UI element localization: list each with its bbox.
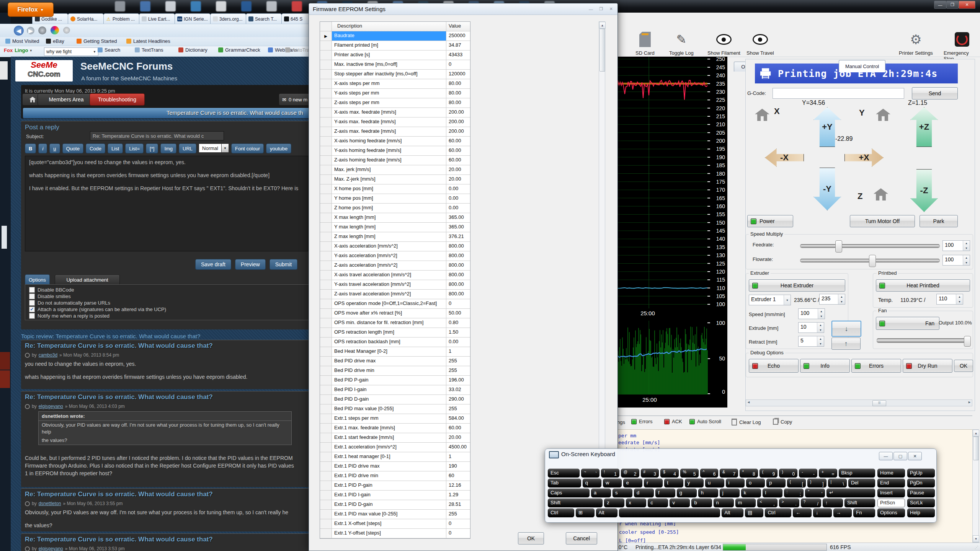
tab-options[interactable]: Options <box>25 274 50 285</box>
cell-description[interactable]: Bed PID drive max <box>332 357 446 366</box>
cell-description[interactable]: Z-axis homing feedrate [mm/s] <box>332 156 446 165</box>
key-[interactable]: ?/ <box>801 499 821 507</box>
scroll-right-icon[interactable]: ► <box>968 400 971 404</box>
table-row[interactable]: Extr.1 PID drive max190 <box>320 462 470 471</box>
cell-value[interactable]: 80.00 <box>446 98 470 108</box>
planet-icon[interactable] <box>51 26 59 34</box>
key-m[interactable]: m <box>735 499 756 507</box>
cell-description[interactable]: Baudrate <box>332 31 446 41</box>
table-row[interactable]: Extr.1 max. feedrate [mm/s]60.00 <box>320 424 470 433</box>
table-row[interactable]: OPS move after x% retract [%]50.00 <box>320 309 470 318</box>
key-p[interactable]: p <box>766 479 785 487</box>
key-u[interactable]: u <box>705 479 724 487</box>
heat-printbed-button[interactable]: Heat Printbed <box>876 279 970 292</box>
key-alt[interactable]: Alt <box>596 509 618 517</box>
cell-value[interactable]: 250000 <box>446 31 470 41</box>
save-draft-button[interactable]: Save draft <box>195 259 231 270</box>
extruder-selector[interactable]: Extruder 1▼ <box>749 295 791 305</box>
cell-description[interactable]: Bed PID I-gain <box>332 385 446 395</box>
table-row[interactable]: X home pos [mm]0.00 <box>320 184 470 194</box>
key-4[interactable]: $4 <box>660 469 679 478</box>
cell-description[interactable]: Z max length [mm] <box>332 232 446 241</box>
bbcode-list=-button[interactable]: List= <box>125 143 144 153</box>
cell-value[interactable]: 60.00 <box>446 137 470 146</box>
table-row[interactable]: Max. Z-jerk [mm/s]20.00 <box>320 175 470 184</box>
cell-value[interactable]: 0.80 <box>446 318 470 328</box>
cell-value[interactable]: 50.00 <box>446 309 470 318</box>
bbcode-quote-button[interactable]: Quote <box>62 143 83 153</box>
key-y[interactable]: y <box>685 479 704 487</box>
cell-value[interactable]: 800.00 <box>446 280 470 289</box>
table-row[interactable]: Y-axis acceleration [mm/s^2]800.00 <box>320 251 470 261</box>
cell-value[interactable]: 800.00 <box>446 261 470 270</box>
key-esc[interactable]: Esc <box>548 469 580 478</box>
cell-value[interactable]: 0.00 <box>446 184 470 194</box>
cell-value[interactable]: 800.00 <box>446 251 470 261</box>
scrollbar-thumb[interactable] <box>973 437 979 460</box>
panel-scrollbar[interactable]: ◄ ► ||| <box>746 399 972 406</box>
bookmark-most-visited[interactable]: Most Visited <box>5 38 39 44</box>
cell-value[interactable]: 365.00 <box>446 223 470 232</box>
cell-value[interactable]: 0 <box>446 299 470 308</box>
foxlingo-dropdown[interactable]: why we fight▼ <box>44 47 98 56</box>
back-icon[interactable]: ◀ <box>14 26 24 36</box>
cell-description[interactable]: Extr.1 X-offset [steps] <box>332 519 446 528</box>
key-shift[interactable]: Shift <box>844 499 875 507</box>
cell-value[interactable]: 800.00 <box>446 271 470 280</box>
key-l[interactable]: l <box>763 489 782 497</box>
cell-value[interactable]: 200.00 <box>446 108 470 117</box>
scroll-up-icon[interactable]: ▲ <box>973 430 979 437</box>
cell-description[interactable]: Y home pos [mm] <box>332 194 446 203</box>
bookmark-getting-started[interactable]: Getting Started <box>77 38 117 44</box>
key-[interactable]: -- <box>799 469 817 478</box>
foxlingo-brand[interactable]: FoxLingo▾ <box>4 47 32 53</box>
table-row[interactable]: Extr.1 PID D-gain28.51 <box>320 500 470 510</box>
table-row[interactable]: OPS retraction length [mm]1.50 <box>320 328 470 337</box>
checkbox-unchecked[interactable] <box>29 287 35 293</box>
park-button[interactable]: Park <box>920 215 958 227</box>
key-pgdn[interactable]: PgDn <box>907 479 935 487</box>
table-row[interactable]: Extr.1 start feedrate [mm/s]20.00 <box>320 433 470 443</box>
key-[interactable]: >. <box>779 499 799 507</box>
cell-description[interactable]: X-axis acceleration [mm/s^2] <box>332 242 446 251</box>
cell-description[interactable]: Z-axis max. feedrate [mm/s] <box>332 127 446 136</box>
maximize-icon[interactable]: ❐ <box>946 1 959 9</box>
message-editor[interactable]: [quote="cambo3d"]you need to change the … <box>25 156 308 251</box>
key-fn[interactable]: Fn <box>853 509 875 517</box>
cell-description[interactable]: Extr.1 acceleration [mm/s^2] <box>332 443 446 452</box>
key-i[interactable]: i <box>726 479 745 487</box>
tab-warning[interactable]: ⚠Problem ... <box>103 13 139 24</box>
key-8[interactable]: *8 <box>740 469 758 478</box>
key-b[interactable]: b <box>691 499 712 507</box>
key-n[interactable]: n <box>714 499 734 507</box>
key-g[interactable]: g <box>677 489 697 497</box>
cell-value[interactable]: 800.00 <box>446 242 470 251</box>
ok-button[interactable]: OK <box>518 532 544 544</box>
bbcode-list-button[interactable]: List <box>108 143 123 153</box>
cell-description[interactable]: Extr.1 heat manager [0-1] <box>332 452 446 461</box>
enter-key[interactable]: ↵ <box>826 489 875 497</box>
key-pause[interactable]: Pause <box>907 489 935 497</box>
cell-value[interactable]: 196.00 <box>446 376 470 385</box>
key-shift[interactable]: Shift <box>548 499 603 507</box>
key-caps[interactable]: Caps <box>548 489 590 497</box>
scrollbar-thumb[interactable] <box>599 29 605 72</box>
key-3[interactable]: #3 <box>641 469 659 478</box>
table-row[interactable]: Y home pos [mm]0.00 <box>320 194 470 204</box>
cell-value[interactable]: 12.16 <box>446 481 470 490</box>
cell-value[interactable]: 1 <box>446 452 470 461</box>
submit-button[interactable]: Submit <box>270 259 298 270</box>
table-row[interactable]: Extr.1 PID I-gain1.29 <box>320 491 470 500</box>
toolbar-show-filament[interactable]: Show Filament <box>707 32 740 56</box>
post-title[interactable]: Re: Temperature Curve is so erratic. Wha… <box>25 536 213 543</box>
members-area-button[interactable]: Members Area <box>38 93 95 106</box>
cell-value[interactable]: 0.00 <box>446 194 470 203</box>
feedrate-slider-thumb[interactable] <box>835 240 842 253</box>
post-title[interactable]: Re: Temperature Curve is so erratic. Wha… <box>25 491 213 498</box>
cell-description[interactable]: X-axis homing feedrate [mm/s] <box>332 137 446 146</box>
checkbox-unchecked[interactable] <box>29 300 35 306</box>
minimize-icon[interactable]: — <box>934 1 946 9</box>
cell-value[interactable]: 1 <box>446 347 470 356</box>
table-row[interactable]: Bed Heat Manager [0-2]1 <box>320 347 470 357</box>
cell-value[interactable]: 33.02 <box>446 385 470 395</box>
